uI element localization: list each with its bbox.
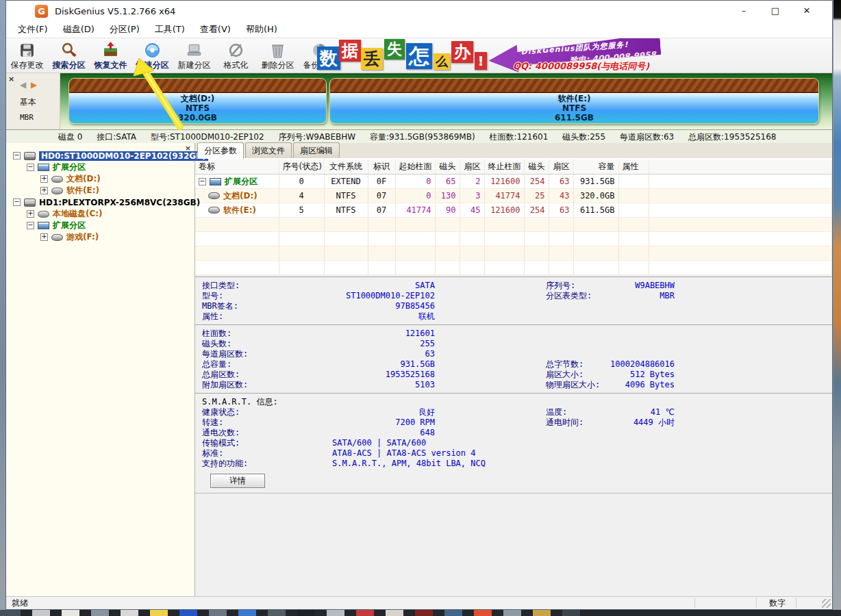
smart-detail-button[interactable]: 详情 <box>210 474 265 488</box>
panel-empty-space <box>195 493 832 597</box>
col-header[interactable]: 磁头 <box>524 159 549 175</box>
tree-item-drive-d[interactable]: 文档(D:) <box>6 173 194 185</box>
tab-partition-params[interactable]: 分区参数 <box>197 142 244 159</box>
partition-bar-e[interactable]: 软件(E:) NTFS 611.5GB <box>329 78 819 124</box>
tree-item-label: 软件(E:) <box>66 185 99 196</box>
search-icon <box>60 42 77 59</box>
info-label: 传输模式: <box>202 438 240 448</box>
info-value: SATA <box>415 281 435 291</box>
tree-item-hd0[interactable]: HD0:ST1000DM010-2EP102(932GB) <box>6 150 194 162</box>
extended-partition-band <box>330 79 818 93</box>
expand-icon[interactable] <box>27 210 34 218</box>
col-header[interactable]: 属性 <box>618 159 649 175</box>
partition-bar-d[interactable]: 文档(D:) NTFS 320.0GB <box>68 78 327 124</box>
cell-start-cyl: 41774 <box>395 203 435 218</box>
col-header[interactable]: 扇区 <box>460 159 484 175</box>
new-partition-button[interactable]: 新建分区 <box>173 38 215 73</box>
table-row-empty <box>195 218 832 232</box>
cell-capacity: 611.5GB <box>573 203 618 218</box>
ad-banner[interactable]: 数 据 丢 失 怎 么 办 ! DiskGenius团队为您服务! 致电: 40… <box>316 38 662 73</box>
window-title: DiskGenius V5.1.2.766 x64 <box>55 6 175 16</box>
cell-attr <box>618 189 649 203</box>
ad-tile: 么 <box>434 53 450 70</box>
menu-help[interactable]: 帮助(H) <box>238 22 285 37</box>
col-header[interactable]: 终止柱面 <box>484 159 524 175</box>
tree-item-extended-hd0[interactable]: 扩展分区 <box>6 162 194 173</box>
tree-item-extended-hd1[interactable]: 扩展分区 <box>6 220 194 231</box>
info-label: 健康状态: <box>202 407 240 417</box>
title-bar: G DiskGenius V5.1.2.766 x64 – □ ✕ <box>6 1 832 21</box>
info-value: 4449 小时 <box>633 418 675 428</box>
cell-start-cyl: 0 <box>395 189 435 203</box>
collapse-icon[interactable] <box>13 198 21 206</box>
col-header[interactable]: 起始柱面 <box>395 159 435 175</box>
tree-close-icon[interactable]: × <box>185 144 191 153</box>
taskbar-icons-sliver[interactable] <box>0 610 841 616</box>
disk-info-segment: 柱面数:121601 <box>489 132 548 142</box>
tree-item-drive-c[interactable]: 本地磁盘(C:) <box>6 208 194 220</box>
tree-item-drive-f[interactable]: 游戏(F:) <box>6 231 194 243</box>
menu-tools[interactable]: 工具(T) <box>147 22 192 37</box>
expand-icon[interactable] <box>40 187 48 194</box>
col-header[interactable]: 标识 <box>368 159 395 175</box>
quick-partition-button[interactable]: 快速分区 <box>131 38 173 73</box>
maximize-icon[interactable]: □ <box>760 1 791 21</box>
tab-browse-files[interactable]: 浏览文件 <box>245 142 292 158</box>
collapse-icon[interactable] <box>199 178 206 185</box>
collapse-icon[interactable] <box>27 222 34 229</box>
resize-grip[interactable] <box>822 599 831 608</box>
collapse-icon[interactable] <box>27 164 34 171</box>
disk-info-segment: 接口:SATA <box>97 132 136 142</box>
row-label: 文档(D:) <box>223 190 258 202</box>
tree-item-label: HD1:PLEXTORPX-256M8VC(238GB) <box>39 198 200 207</box>
table-row-drive-e[interactable]: 软件(E:) 5 NTFS 07 41774 90 45 121600 254 … <box>195 203 832 218</box>
cell-capacity: 931.5GB <box>573 175 618 189</box>
expand-icon[interactable] <box>40 233 48 241</box>
recover-files-button[interactable]: 恢复文件 <box>90 38 131 73</box>
info-value: 1000204886016 <box>610 359 675 370</box>
table-row-empty <box>195 232 832 246</box>
cell-end-cyl: 121600 <box>484 203 524 218</box>
view-mode-label: 基本 <box>20 97 36 108</box>
menu-view[interactable]: 查看(V) <box>192 22 238 37</box>
table-row-extended[interactable]: 扩展分区 0 EXTEND 0F 0 65 2 121600 254 63 93… <box>195 175 832 189</box>
tree-item-drive-e[interactable]: 软件(E:) <box>6 185 194 196</box>
forward-icon[interactable]: ▶ <box>31 80 37 90</box>
minimize-icon[interactable]: – <box>728 1 760 21</box>
menu-partition[interactable]: 分区(P) <box>102 22 147 37</box>
delete-partition-button[interactable]: 删除分区 <box>257 38 299 73</box>
col-header[interactable]: 序号(状态) <box>279 159 324 175</box>
disk-icon <box>24 198 36 207</box>
format-button[interactable]: 格式化 <box>215 38 257 73</box>
ad-tile: 丢 <box>361 48 383 70</box>
format-icon <box>227 42 244 59</box>
tab-sector-edit[interactable]: 扇区编辑 <box>293 142 340 158</box>
cell-end-head: 254 <box>524 203 549 218</box>
search-partition-button[interactable]: 搜索分区 <box>48 38 90 73</box>
tree-item-hd1[interactable]: HD1:PLEXTORPX-256M8VC(238GB) <box>6 196 194 208</box>
info-value: 97B85456 <box>395 301 435 311</box>
cell-seq: 4 <box>279 189 324 203</box>
tree-item-label: 游戏(F:) <box>66 231 99 243</box>
desktop-wallpaper-sliver <box>833 0 841 610</box>
panel-close-icon[interactable]: × <box>8 75 14 84</box>
expand-icon[interactable] <box>40 175 48 183</box>
collapse-icon[interactable] <box>13 152 21 159</box>
drive-icon <box>51 234 63 241</box>
menu-file[interactable]: 文件(F) <box>10 22 55 37</box>
col-header[interactable]: 磁头 <box>435 159 460 175</box>
cell-seq: 0 <box>279 175 324 189</box>
col-header[interactable]: 扇区 <box>549 159 573 175</box>
col-header[interactable]: 文件系统 <box>324 159 368 175</box>
save-changes-button[interactable]: 保存更改 <box>6 38 48 73</box>
back-icon[interactable]: ◀ <box>20 80 26 90</box>
close-icon[interactable]: ✕ <box>791 1 823 21</box>
info-value: 121601 <box>405 329 435 339</box>
table-row-drive-d[interactable]: 文档(D:) 4 NTFS 07 0 130 3 41774 25 43 320… <box>195 189 832 203</box>
cell-end-head: 25 <box>524 189 549 203</box>
menu-disk[interactable]: 磁盘(D) <box>55 22 102 37</box>
info-label: 序列号: <box>546 281 575 290</box>
col-header[interactable]: 容量 <box>573 159 618 175</box>
col-header[interactable]: 卷标 <box>195 159 279 175</box>
toolbar-button-label: 格式化 <box>224 60 249 71</box>
